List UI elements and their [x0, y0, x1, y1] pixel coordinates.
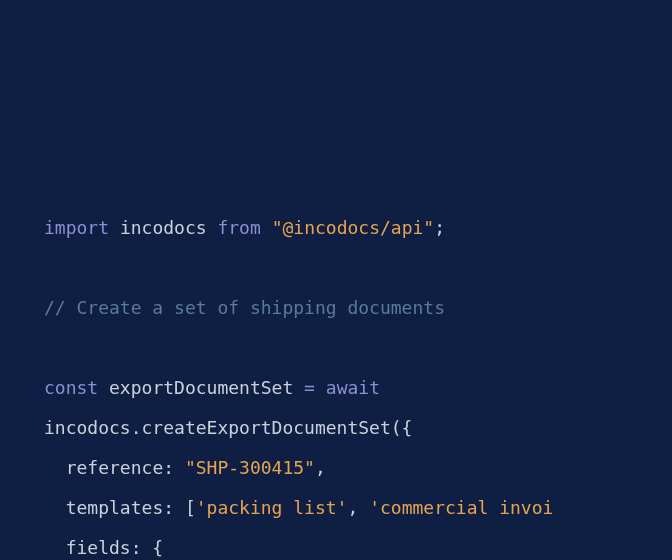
identifier: incodocs [120, 217, 207, 238]
code-line: templates: ['packing list', 'commercial … [44, 488, 628, 528]
blank-line [44, 248, 628, 288]
code-line: const exportDocumentSet = await [44, 368, 628, 408]
string-literal: 'packing list' [196, 497, 348, 518]
identifier: exportDocumentSet [109, 377, 293, 398]
string-literal: 'commercial invoi [369, 497, 553, 518]
property-key: reference: [66, 457, 185, 478]
code-line: fields: { [44, 528, 628, 560]
keyword-const: const [44, 377, 98, 398]
comma: , [315, 457, 326, 478]
code-block: import incodocs from "@incodocs/api"; //… [44, 208, 628, 560]
code-line: import incodocs from "@incodocs/api"; [44, 208, 628, 248]
comment: // Create a set of shipping documents [44, 297, 445, 318]
keyword-import: import [44, 217, 109, 238]
string-literal: "SHP-300415" [185, 457, 315, 478]
blank-line [44, 328, 628, 368]
keyword-from: from [217, 217, 260, 238]
property-key: fields: { [44, 537, 163, 558]
string-literal: "@incodocs/api" [272, 217, 435, 238]
equals: = [304, 377, 315, 398]
keyword-await: await [326, 377, 380, 398]
semicolon: ; [434, 217, 445, 238]
property-key: templates: [ [66, 497, 196, 518]
code-line: incodocs.createExportDocumentSet({ [44, 408, 628, 448]
call-expression: incodocs.createExportDocumentSet({ [44, 417, 412, 438]
code-line: reference: "SHP-300415", [44, 448, 628, 488]
separator: , [347, 497, 369, 518]
code-line: // Create a set of shipping documents [44, 288, 628, 328]
